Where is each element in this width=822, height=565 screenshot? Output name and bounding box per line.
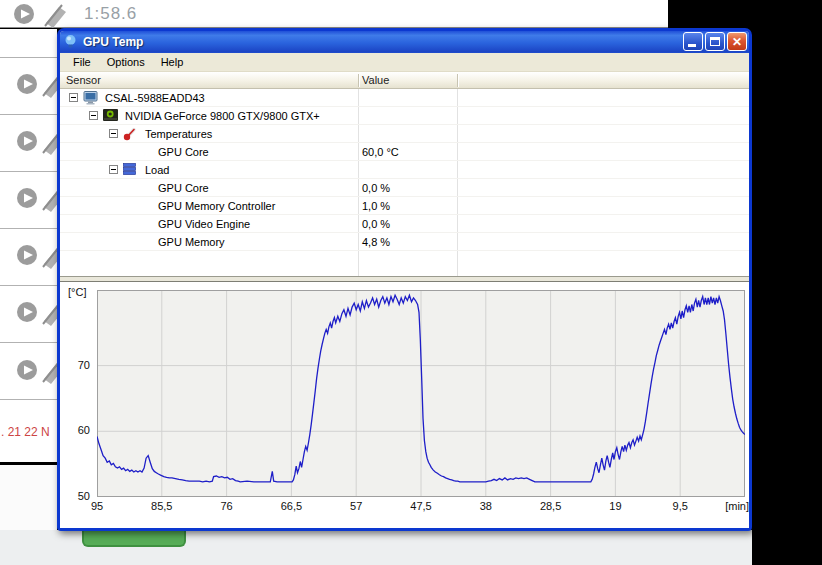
chart-y-unit-label: [°C] bbox=[68, 286, 86, 298]
y-axis-tick-label: 60 bbox=[66, 424, 90, 436]
flag-icon bbox=[42, 186, 57, 214]
play-icon[interactable] bbox=[16, 313, 38, 325]
maximize-button[interactable] bbox=[705, 32, 725, 51]
background-row bbox=[16, 130, 57, 154]
play-icon[interactable] bbox=[13, 3, 35, 27]
column-header-sensor[interactable]: Sensor bbox=[66, 74, 101, 86]
flag-icon bbox=[42, 358, 57, 386]
background-row-divider bbox=[0, 399, 57, 400]
tree-row[interactable]: NVIDIA GeForce 9800 GTX/9800 GTX+ bbox=[60, 107, 749, 125]
background-left-lower bbox=[0, 465, 57, 530]
column-header-row: Sensor Value bbox=[60, 72, 749, 89]
tree-row[interactable]: Load bbox=[60, 161, 749, 179]
background-row-divider bbox=[0, 171, 57, 172]
background-row-divider bbox=[0, 285, 57, 286]
temperature-chart-panel: [°C] 5060709585,57666,55747,53828,5199,5… bbox=[60, 282, 749, 528]
window-title: GPU Temp bbox=[83, 35, 143, 49]
sensor-label: CSAL-5988EADD43 bbox=[105, 92, 205, 104]
tree-row[interactable]: GPU Memory4,8 % bbox=[60, 233, 749, 251]
background-row bbox=[16, 301, 57, 325]
tree-row[interactable]: GPU Memory Controller1,0 % bbox=[60, 197, 749, 215]
play-icon[interactable] bbox=[16, 199, 38, 211]
sensor-label: NVIDIA GeForce 9800 GTX/9800 GTX+ bbox=[125, 110, 320, 122]
background-row-divider bbox=[0, 342, 57, 343]
flag-icon bbox=[42, 129, 57, 157]
sensor-label: GPU Memory bbox=[158, 236, 225, 248]
gpu-temp-window: GPU Temp ✕ FileOptionsHelp Sensor Value … bbox=[57, 28, 752, 531]
close-icon: ✕ bbox=[728, 35, 746, 49]
x-axis-tick-label: 19 bbox=[593, 500, 637, 512]
tree-row[interactable]: GPU Core0,0 % bbox=[60, 179, 749, 197]
x-axis-tick-label: 57 bbox=[334, 500, 378, 512]
sensor-value: 1,0 % bbox=[362, 200, 390, 212]
minimize-icon bbox=[688, 44, 696, 47]
thermometer-icon bbox=[123, 127, 137, 143]
sensor-label: GPU Video Engine bbox=[158, 218, 250, 230]
x-axis-tick-label: 38 bbox=[464, 500, 508, 512]
flag-icon bbox=[42, 72, 57, 100]
background-row-divider bbox=[0, 228, 57, 229]
tree-row[interactable]: CSAL-5988EADD43 bbox=[60, 89, 749, 107]
column-header-value[interactable]: Value bbox=[362, 74, 389, 86]
sensor-value: 60,0 °C bbox=[362, 146, 399, 158]
flag-icon bbox=[44, 2, 70, 30]
play-icon[interactable] bbox=[16, 256, 38, 268]
temperature-line-chart bbox=[97, 290, 745, 497]
x-axis-tick-label: 66,5 bbox=[269, 500, 313, 512]
menu-help[interactable]: Help bbox=[153, 54, 192, 70]
column-divider[interactable] bbox=[457, 74, 458, 87]
x-axis-unit-label: [min] bbox=[705, 500, 749, 512]
sensor-value: 4,8 % bbox=[362, 236, 390, 248]
sensor-label: GPU Memory Controller bbox=[158, 200, 275, 212]
gpu-temp-app-icon bbox=[63, 34, 78, 51]
tree-row[interactable]: GPU Core60,0 °C bbox=[60, 143, 749, 161]
expand-toggle[interactable] bbox=[109, 165, 118, 174]
background-green-button[interactable] bbox=[82, 531, 186, 547]
close-button[interactable]: ✕ bbox=[727, 32, 747, 51]
background-row bbox=[16, 244, 57, 268]
expand-toggle[interactable] bbox=[109, 129, 118, 138]
column-divider[interactable] bbox=[358, 74, 359, 87]
sensor-label: GPU Core bbox=[158, 182, 209, 194]
flag-icon bbox=[42, 300, 57, 328]
x-axis-tick-label: 76 bbox=[205, 500, 249, 512]
sensor-label: GPU Core bbox=[158, 146, 209, 158]
background-row-divider bbox=[0, 114, 57, 115]
background-app-left-strip: . 21 22 N bbox=[0, 29, 57, 462]
background-app-top-strip: 1:58.6 bbox=[0, 0, 668, 28]
menu-options[interactable]: Options bbox=[99, 54, 153, 70]
background-row bbox=[16, 359, 57, 383]
menu-file[interactable]: File bbox=[65, 54, 99, 70]
sensor-value: 0,0 % bbox=[362, 182, 390, 194]
menu-bar: FileOptionsHelp bbox=[60, 53, 749, 72]
title-bar[interactable]: GPU Temp ✕ bbox=[60, 31, 749, 53]
timer-text: 1:58.6 bbox=[84, 4, 137, 24]
sensor-label: Load bbox=[145, 164, 169, 176]
load-icon bbox=[123, 163, 136, 177]
background-row-divider bbox=[0, 57, 57, 58]
play-icon[interactable] bbox=[16, 142, 38, 154]
play-icon[interactable] bbox=[16, 371, 38, 383]
x-axis-tick-label: 9,5 bbox=[658, 500, 702, 512]
sensor-label: Temperatures bbox=[145, 128, 212, 140]
tree-row[interactable]: GPU Video Engine0,0 % bbox=[60, 215, 749, 233]
background-red-text: . 21 22 N bbox=[1, 425, 50, 439]
background-row bbox=[16, 187, 57, 211]
x-axis-tick-label: 28,5 bbox=[529, 500, 573, 512]
play-icon[interactable] bbox=[16, 85, 38, 97]
chart-plot-area bbox=[97, 290, 745, 497]
maximize-icon bbox=[710, 37, 720, 46]
computer-icon bbox=[83, 91, 99, 107]
tree-row[interactable]: Temperatures bbox=[60, 125, 749, 143]
flag-icon bbox=[42, 243, 57, 271]
x-axis-tick-label: 85,5 bbox=[140, 500, 184, 512]
y-axis-tick-label: 70 bbox=[66, 359, 90, 371]
minimize-button[interactable] bbox=[683, 32, 703, 51]
x-axis-tick-label: 95 bbox=[75, 500, 119, 512]
x-axis-tick-label: 47,5 bbox=[399, 500, 443, 512]
expand-toggle[interactable] bbox=[89, 111, 98, 120]
background-row bbox=[16, 73, 57, 97]
nvidia-icon bbox=[103, 109, 118, 123]
expand-toggle[interactable] bbox=[69, 93, 78, 102]
sensor-tree: CSAL-5988EADD43NVIDIA GeForce 9800 GTX/9… bbox=[60, 89, 749, 276]
